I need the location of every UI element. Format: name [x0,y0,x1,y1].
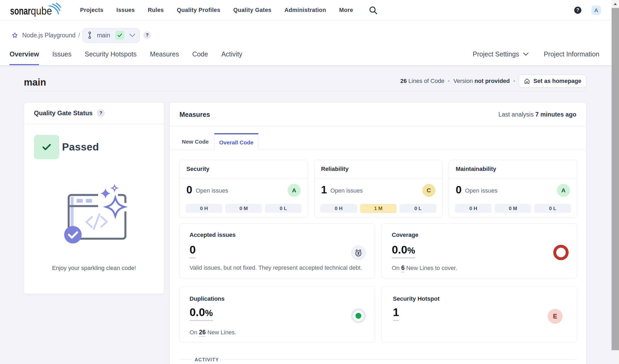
svg-text:sonar: sonar [10,5,31,17]
svg-text:qube: qube [31,5,52,17]
